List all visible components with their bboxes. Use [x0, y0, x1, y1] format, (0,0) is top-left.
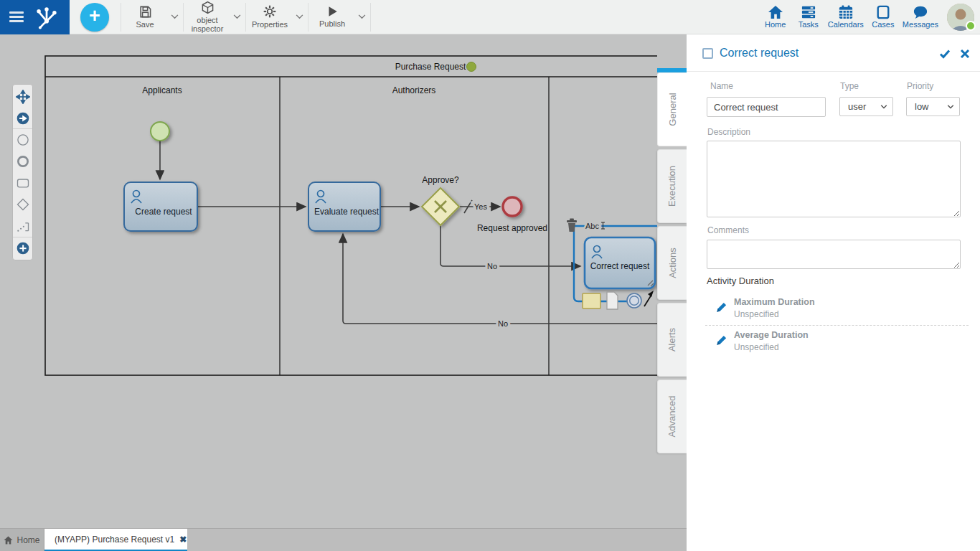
comments-label: Comments [707, 225, 749, 235]
toolbar-separator [370, 3, 371, 32]
move-tool[interactable] [13, 86, 32, 108]
element-checkbox[interactable] [702, 48, 713, 59]
task-evaluate-label: Evaluate request [314, 207, 380, 217]
add-tool[interactable] [13, 237, 32, 258]
edge-label-no-1[interactable]: No [487, 262, 497, 270]
diagram-canvas[interactable]: Purchase Request Applicants Authorizers … [0, 34, 687, 528]
user-avatar[interactable] [947, 4, 974, 31]
properties-button[interactable]: Properties [248, 1, 292, 34]
pool-status-dot [467, 62, 476, 72]
end-event-request-approved[interactable]: Request approved [477, 197, 547, 233]
bottom-tab-document[interactable]: (MYAPP) Purchase Request v1 ✖ [44, 529, 187, 550]
nav-tasks[interactable]: Tasks [792, 1, 825, 34]
tab-actions[interactable]: Actions [657, 226, 687, 300]
tab-advanced[interactable]: Advanced [657, 380, 687, 453]
shape-palette [12, 84, 33, 260]
description-label: Description [707, 127, 750, 137]
nav-cases[interactable]: Cases [867, 1, 900, 34]
cases-icon [875, 5, 891, 19]
toolbar-separator [308, 3, 308, 32]
save-dropdown-chevron[interactable] [167, 1, 182, 34]
online-status-dot [966, 21, 976, 31]
edge-label-yes[interactable]: Yes [474, 202, 487, 211]
hamburger-icon[interactable] [9, 11, 24, 22]
name-label: Name [710, 81, 733, 91]
annotation-tool[interactable] [13, 215, 32, 237]
end-event-tool[interactable] [13, 151, 32, 172]
edit-pencil-icon[interactable] [715, 334, 727, 347]
edge-label-no-2[interactable]: No [498, 319, 508, 328]
object-inspector-dropdown-chevron[interactable] [230, 1, 244, 34]
rename-tool[interactable]: Abc [585, 222, 599, 230]
tasks-icon [801, 5, 816, 19]
chevron-down-icon [880, 105, 887, 109]
pool-title[interactable]: Purchase Request [395, 62, 466, 72]
brand-block [0, 0, 70, 34]
task-create-request[interactable]: Create request [124, 182, 197, 231]
panel-title: Correct request [720, 47, 798, 60]
save-button[interactable]: Save [123, 1, 167, 34]
start-event-tool[interactable] [13, 129, 32, 151]
home-icon [768, 5, 783, 19]
description-textarea[interactable] [707, 141, 961, 217]
priority-select[interactable]: low [906, 97, 960, 116]
maximum-duration-row: Maximum Duration Unspecified [687, 296, 980, 327]
save-icon [138, 5, 152, 19]
nav-messages[interactable]: Messages [900, 1, 941, 34]
task-create-label: Create request [135, 207, 192, 217]
properties-icon [263, 4, 277, 19]
tab-execution[interactable]: Execution [657, 149, 687, 223]
claw-logo[interactable] [32, 3, 61, 32]
duration-value: Unspecified [734, 309, 779, 319]
append-annotation-tool[interactable] [607, 292, 618, 309]
confirm-icon[interactable] [939, 48, 951, 60]
gateway-approve[interactable]: Approve? [422, 175, 459, 225]
publish-dropdown-chevron[interactable] [354, 1, 369, 34]
append-event-tool[interactable] [627, 293, 641, 308]
activity-duration-heading: Activity Duration [707, 276, 774, 286]
properties-dropdown-chevron[interactable] [292, 1, 306, 34]
bottom-tab-home[interactable]: Home [0, 529, 44, 551]
properties-panel: Correct request Name Type user Priority … [687, 34, 980, 551]
duration-value: Unspecified [734, 342, 779, 352]
gateway-tool[interactable] [13, 194, 32, 215]
home-icon [4, 536, 13, 545]
duration-label: Maximum Duration [734, 297, 815, 307]
start-event[interactable] [151, 122, 169, 141]
bpmn-diagram: Purchase Request Applicants Authorizers … [0, 34, 657, 528]
type-select[interactable]: user [839, 97, 893, 116]
gateway-label: Approve? [422, 175, 459, 185]
nav-home[interactable]: Home [759, 1, 792, 34]
close-icon[interactable] [959, 48, 971, 60]
tab-alerts[interactable]: Alerts [657, 303, 687, 377]
top-navigation: Home Tasks Calendars [759, 1, 980, 34]
lane-applicants[interactable]: Applicants [142, 85, 182, 95]
trash-icon[interactable] [567, 219, 577, 232]
calendars-icon [838, 5, 854, 19]
tab-general[interactable]: General [657, 72, 687, 146]
nav-calendars[interactable]: Calendars [825, 1, 867, 34]
connect-arrow-tool[interactable] [644, 291, 654, 306]
active-tab-accent [657, 68, 687, 72]
task-evaluate-request[interactable]: Evaluate request [308, 182, 380, 231]
average-duration-row: Average Duration Unspecified [687, 329, 980, 360]
close-tab-icon[interactable]: ✖ [179, 534, 187, 545]
task-correct-request-selected[interactable]: Correct request [585, 237, 655, 288]
panel-header: Correct request [687, 34, 980, 72]
append-task-tool[interactable] [583, 293, 600, 309]
toolbar-separator [183, 3, 184, 32]
connect-tool[interactable] [13, 108, 32, 129]
object-inspector-icon [201, 1, 215, 14]
lane-authorizers[interactable]: Authorizers [392, 85, 436, 95]
comments-textarea[interactable] [707, 240, 961, 269]
name-input[interactable] [707, 97, 826, 117]
object-inspector-button[interactable]: object inspector [185, 1, 230, 34]
task-tool[interactable] [13, 172, 32, 194]
bottom-tab-bar: Home (MYAPP) Purchase Request v1 ✖ [0, 528, 687, 551]
add-button[interactable]: + [80, 3, 109, 32]
edit-pencil-icon[interactable] [715, 301, 727, 314]
publish-button[interactable]: Publish [310, 1, 354, 34]
toolbar-separator [121, 3, 121, 32]
priority-label: Priority [907, 81, 933, 91]
duration-label: Average Duration [734, 330, 809, 340]
